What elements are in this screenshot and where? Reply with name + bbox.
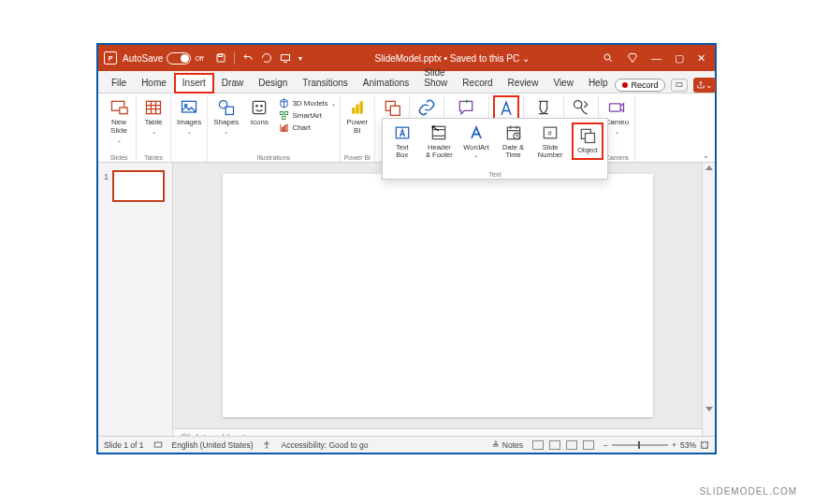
shapes-button[interactable]: Shapes ⌄ xyxy=(211,95,240,137)
wordart-button[interactable]: WordArt⌄ xyxy=(460,122,492,160)
group-slides: New Slide ⌄ Slides xyxy=(102,95,137,162)
diamond-icon[interactable] xyxy=(627,52,638,64)
tab-help[interactable]: Help xyxy=(581,74,616,93)
svg-text:#: # xyxy=(548,129,553,137)
record-button[interactable]: Record xyxy=(615,79,665,92)
thumbnail-preview[interactable] xyxy=(112,170,165,202)
autosave-toggle[interactable]: AutoSave Off xyxy=(123,52,204,65)
redo-icon[interactable] xyxy=(261,52,272,64)
object-button[interactable]: Object xyxy=(572,122,603,160)
svg-rect-28 xyxy=(154,442,162,447)
zoom-value[interactable]: 53% xyxy=(680,440,696,450)
svg-rect-1 xyxy=(218,54,222,57)
record-dot-icon xyxy=(622,82,628,88)
group-illustrations: Shapes ⌄ Icons 3D Models ⌄ SmartArt Char… xyxy=(208,95,340,162)
images-button[interactable]: Images ⌄ xyxy=(175,95,203,137)
notes-pane[interactable]: Click to add notes xyxy=(173,428,702,436)
tab-draw[interactable]: Draw xyxy=(214,74,251,93)
ribbon-tabs: File Home Insert Draw Design Transitions… xyxy=(98,71,715,94)
zoom-out[interactable]: − xyxy=(603,440,608,450)
3d-models-button[interactable]: 3D Models ⌄ xyxy=(278,97,335,108)
slide[interactable] xyxy=(223,174,653,417)
text-flyout: Text Box Header & Footer WordArt⌄ Date &… xyxy=(382,118,608,180)
present-button[interactable] xyxy=(671,79,688,92)
thumbnail-1[interactable]: 1 xyxy=(104,170,167,202)
icons-button[interactable]: Icons xyxy=(246,95,272,129)
slide-canvas[interactable] xyxy=(173,163,702,428)
search-icon[interactable] xyxy=(603,52,614,64)
svg-point-29 xyxy=(267,441,269,443)
svg-rect-38 xyxy=(585,134,594,143)
tab-slideshow[interactable]: Slide Show xyxy=(416,64,455,93)
text-icon xyxy=(496,98,516,119)
svg-point-13 xyxy=(256,106,258,108)
comment-icon xyxy=(456,97,476,118)
access-icon xyxy=(262,440,271,450)
textbox-icon xyxy=(392,122,413,143)
group-images-solo: Images ⌄ xyxy=(171,95,208,162)
addins-icon xyxy=(382,97,402,118)
tab-view[interactable]: View xyxy=(545,74,581,93)
smartart-icon xyxy=(278,109,289,121)
svg-rect-22 xyxy=(356,105,358,114)
textbox-button[interactable]: Text Box xyxy=(386,122,418,160)
document-title[interactable]: SlideModel.pptx • Saved to this PC ⌄ xyxy=(302,53,603,64)
smartart-button[interactable]: SmartArt xyxy=(278,109,335,121)
svg-rect-21 xyxy=(352,108,355,114)
chart-icon xyxy=(278,122,289,133)
share-button[interactable]: ⌄ xyxy=(693,78,716,93)
view-buttons[interactable] xyxy=(532,440,594,450)
zoom-control[interactable]: − + 53% xyxy=(603,440,709,450)
slideshow-icon[interactable] xyxy=(280,52,291,64)
tab-insert[interactable]: Insert xyxy=(174,73,214,94)
autosave-state: Off xyxy=(195,55,203,62)
media-icon xyxy=(571,97,591,118)
svg-point-3 xyxy=(604,54,610,60)
body: 1 Click to add notes xyxy=(98,163,715,436)
slidenumber-button[interactable]: # Slide Number xyxy=(534,122,566,160)
svg-rect-18 xyxy=(282,127,283,131)
new-slide-button[interactable]: New Slide ⌄ xyxy=(106,95,132,145)
close-button[interactable]: ✕ xyxy=(697,52,705,65)
tab-transitions[interactable]: Transitions xyxy=(295,74,356,93)
tab-design[interactable]: Design xyxy=(251,74,295,93)
vertical-scrollbar[interactable] xyxy=(702,163,715,436)
svg-rect-17 xyxy=(283,116,285,119)
ribbon-collapse-icon[interactable]: ⌄ xyxy=(703,151,709,160)
links-icon xyxy=(416,97,437,118)
tab-animations[interactable]: Animations xyxy=(356,74,416,93)
svg-rect-2 xyxy=(281,55,289,61)
new-slide-icon xyxy=(109,97,129,118)
toggle-icon[interactable] xyxy=(167,52,191,65)
minimize-button[interactable]: — xyxy=(651,52,661,64)
tab-home[interactable]: Home xyxy=(134,74,174,93)
notes-toggle[interactable]: ≜ Notes xyxy=(492,440,523,450)
zoom-slider[interactable] xyxy=(612,444,668,446)
maximize-button[interactable]: ▢ xyxy=(675,52,684,65)
powerbi-button[interactable]: Power BI xyxy=(344,95,371,137)
fit-icon[interactable] xyxy=(700,440,709,450)
icons-icon xyxy=(249,97,269,118)
status-language[interactable]: English (United States) xyxy=(172,440,254,450)
undo-icon[interactable] xyxy=(242,52,254,64)
svg-rect-4 xyxy=(676,83,682,87)
slide-thumbnails[interactable]: 1 xyxy=(98,163,173,436)
svg-rect-11 xyxy=(225,107,233,114)
status-slide[interactable]: Slide 1 of 1 xyxy=(104,440,144,450)
flyout-group-label: Text xyxy=(386,171,603,178)
powerbi-icon xyxy=(347,97,368,118)
chart-button[interactable]: Chart xyxy=(278,122,335,133)
cube-icon xyxy=(278,97,289,108)
svg-rect-27 xyxy=(610,104,621,111)
table-button[interactable]: Table ⌄ xyxy=(140,95,167,137)
tab-review[interactable]: Review xyxy=(501,74,546,93)
datetime-button[interactable]: Date & Time xyxy=(498,122,530,160)
svg-rect-19 xyxy=(283,125,284,131)
zoom-in[interactable]: + xyxy=(672,440,676,450)
save-icon[interactable] xyxy=(215,52,226,64)
svg-rect-12 xyxy=(254,101,266,113)
tab-record[interactable]: Record xyxy=(455,74,500,93)
svg-point-14 xyxy=(261,106,263,108)
status-accessibility[interactable]: Accessibility: Good to go xyxy=(281,440,368,450)
tab-file[interactable]: File xyxy=(104,74,134,93)
